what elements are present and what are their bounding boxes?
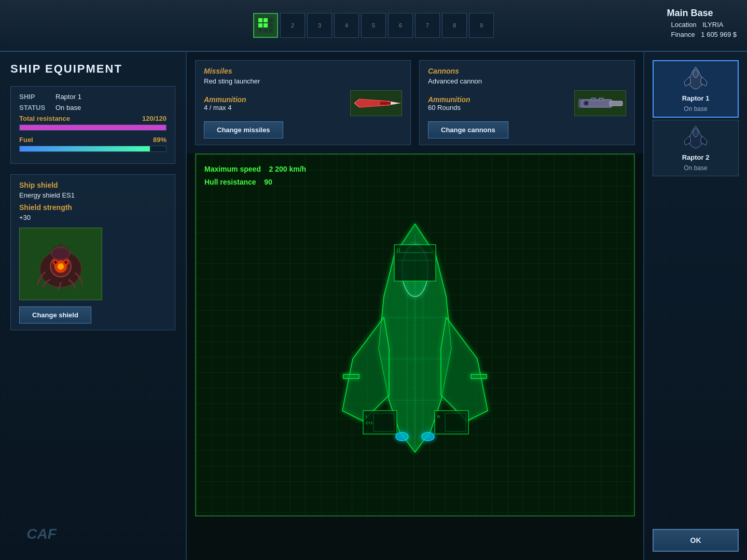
svg-text:I: I xyxy=(366,414,367,419)
svg-point-44 xyxy=(693,129,698,137)
finance-row: Finance 1 605 969 $ xyxy=(667,31,737,38)
svg-point-43 xyxy=(693,69,698,78)
slot-8[interactable]: 8 xyxy=(442,13,467,38)
slot-2[interactable]: 2 xyxy=(280,13,305,38)
shield-section: Ship shield Energy shield ES1 Shield str… xyxy=(10,174,175,330)
svg-point-22 xyxy=(422,432,434,441)
resistance-row: Total resistance 120/120 xyxy=(19,115,167,131)
resistance-fill xyxy=(20,125,166,130)
status-row: STATUS On base xyxy=(19,104,167,111)
ship-hologram: I C+1 II [-] xyxy=(311,214,519,483)
status-badge: On base xyxy=(56,104,81,111)
svg-rect-39 xyxy=(394,245,436,281)
svg-point-16 xyxy=(585,102,588,105)
company-logo: CAF xyxy=(26,526,57,542)
slot-4[interactable]: 4 xyxy=(334,13,359,38)
cannons-ammo-row: Ammunition 60 Rounds xyxy=(428,90,626,116)
slot-5[interactable]: 5 xyxy=(361,13,386,38)
top-bar: 2 3 4 5 6 7 8 9 Main Base Location ILYRI… xyxy=(0,0,747,52)
shield-strength-value: +30 xyxy=(19,214,167,221)
fuel-row: Fuel 89% xyxy=(19,136,167,152)
ship-card-1[interactable]: Raptor 1 On base xyxy=(653,60,739,118)
hull-label: Hull resistance xyxy=(204,178,256,186)
ship-card-2[interactable]: Raptor 2 On base xyxy=(653,120,739,176)
left-panel: SHIP EQUIPMENT SHIP Raptor 1 STATUS On b… xyxy=(0,52,187,560)
missiles-ammo-value: 4 / max 4 xyxy=(204,104,344,111)
svg-rect-24 xyxy=(471,374,487,379)
raptor2-thumb xyxy=(680,124,711,150)
ship1-name: Raptor 1 xyxy=(682,94,710,102)
missiles-panel: Missiles Red sting launcher Ammunition 4… xyxy=(195,60,411,145)
ship2-name: Raptor 2 xyxy=(682,153,710,161)
base-title: Main Base xyxy=(667,8,737,19)
right-panel: Raptor 1 On base Raptor 2 On base OK xyxy=(643,52,747,560)
max-speed-stat: Maximum speed 2 200 km/h xyxy=(204,163,306,176)
resistance-value: 120/120 xyxy=(142,115,167,122)
fuel-value: 89% xyxy=(153,136,167,144)
equipment-panels: Missiles Red sting launcher Ammunition 4… xyxy=(187,52,643,153)
cannons-ammo-label: Ammunition xyxy=(428,95,568,104)
svg-rect-23 xyxy=(343,374,359,379)
ship-value: Raptor 1 xyxy=(56,93,81,101)
base-info: Main Base Location ILYRIA Finance 1 605 … xyxy=(667,8,737,38)
radar-area: Maximum speed 2 200 km/h Hull resistance… xyxy=(195,153,635,516)
slot-9[interactable]: 9 xyxy=(469,13,494,38)
svg-text:[-]: [-] xyxy=(397,248,400,252)
svg-rect-36 xyxy=(435,411,468,434)
finance-label: Finance xyxy=(671,31,695,38)
main-content: SHIP EQUIPMENT SHIP Raptor 1 STATUS On b… xyxy=(0,52,747,560)
shield-name: Energy shield ES1 xyxy=(19,191,167,199)
logo-area: CAF xyxy=(10,519,73,550)
fuel-label: Fuel xyxy=(19,136,33,144)
svg-point-8 xyxy=(51,247,70,260)
ship2-status: On base xyxy=(684,164,707,172)
svg-point-7 xyxy=(65,261,67,263)
location-row: Location ILYRIA xyxy=(667,21,737,29)
shield-title: Ship shield xyxy=(19,181,167,189)
svg-text:C+1: C+1 xyxy=(366,421,372,425)
shield-image xyxy=(19,228,102,300)
svg-point-3 xyxy=(58,263,64,270)
ship1-status: On base xyxy=(684,105,707,113)
svg-rect-14 xyxy=(610,101,622,106)
ship-icon: I C+1 II [-] xyxy=(311,214,519,483)
missile-image xyxy=(350,90,402,116)
finance-value: 1 605 969 $ xyxy=(701,31,737,38)
cannons-ammo-value: 60 Rounds xyxy=(428,104,568,111)
svg-point-21 xyxy=(396,432,408,441)
missiles-weapon-name: Red sting launcher xyxy=(204,77,402,85)
svg-rect-10 xyxy=(380,102,391,105)
slot-bar: 2 3 4 5 6 7 8 9 xyxy=(253,13,494,38)
raptor1-thumb xyxy=(680,65,711,91)
hull-stat: Hull resistance 90 xyxy=(204,176,306,189)
svg-text:II: II xyxy=(437,414,439,419)
fuel-bar xyxy=(19,146,167,152)
missiles-title: Missiles xyxy=(204,67,402,75)
resistance-label: Total resistance xyxy=(19,115,70,122)
shield-strength-label: Shield strength xyxy=(19,203,167,212)
slot-1[interactable] xyxy=(253,13,278,38)
change-cannons-button[interactable]: Change cannons xyxy=(428,121,508,138)
page-title: SHIP EQUIPMENT xyxy=(10,62,175,76)
shield-creature-icon xyxy=(30,235,92,292)
slot-6[interactable]: 6 xyxy=(388,13,413,38)
cannons-weapon-name: Advanced cannon xyxy=(428,77,626,85)
max-speed-value: 2 200 km/h xyxy=(269,165,307,173)
slot-7[interactable]: 7 xyxy=(415,13,440,38)
status-label: STATUS xyxy=(19,104,56,111)
cannons-panel: Cannons Advanced cannon Ammunition 60 Ro… xyxy=(419,60,635,145)
missiles-ammo-label: Ammunition xyxy=(204,95,344,104)
svg-rect-17 xyxy=(591,98,596,101)
ship-label: SHIP xyxy=(19,93,56,101)
hull-value: 90 xyxy=(264,178,272,186)
change-missiles-button[interactable]: Change missiles xyxy=(204,121,283,138)
missiles-ammo-row: Ammunition 4 / max 4 xyxy=(204,90,402,116)
slot-3[interactable]: 3 xyxy=(307,13,332,38)
svg-rect-18 xyxy=(599,98,603,101)
change-shield-button[interactable]: Change shield xyxy=(19,306,91,324)
location-value: ILYRIA xyxy=(702,21,723,29)
location-label: Location xyxy=(671,21,696,29)
cannon-icon xyxy=(576,92,625,115)
ok-button[interactable]: OK xyxy=(653,529,739,552)
cannon-image xyxy=(574,90,626,116)
